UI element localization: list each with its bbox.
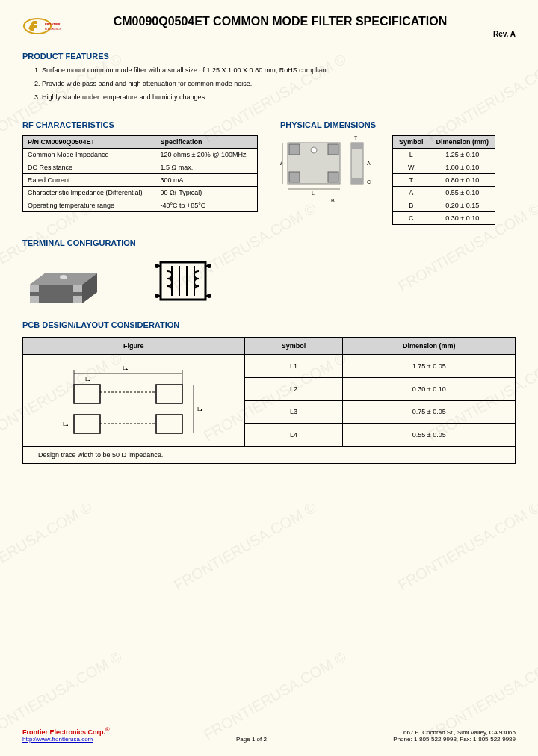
table-row: W1.00 ± 0.10 bbox=[393, 161, 495, 174]
feature-item: Highly stable under temperature and humi… bbox=[42, 93, 516, 101]
svg-rect-14 bbox=[351, 143, 363, 149]
svg-rect-21 bbox=[161, 262, 205, 300]
svg-point-20 bbox=[60, 275, 67, 279]
section-terminal: TERMINAL CONFIGURATION bbox=[22, 238, 516, 247]
svg-text:L₁: L₁ bbox=[123, 365, 128, 371]
svg-rect-7 bbox=[328, 172, 338, 182]
footer-page: Page 1 of 2 bbox=[236, 736, 267, 743]
svg-rect-4 bbox=[289, 144, 300, 155]
svg-rect-13 bbox=[351, 143, 363, 184]
svg-text:C: C bbox=[367, 179, 371, 185]
footer-company: Frontier Electronics Corp.® bbox=[22, 728, 110, 736]
schematic-icon bbox=[149, 255, 217, 307]
svg-text:ELECTRONICS: ELECTRONICS bbox=[45, 28, 61, 31]
section-pcb: PCB DESIGN/LAYOUT CONSIDERATION bbox=[22, 320, 516, 329]
table-row: B0.20 ± 0.15 bbox=[393, 199, 495, 212]
svg-text:T: T bbox=[354, 135, 358, 140]
dimensions-table: SymbolDimension (mm) L1.25 ± 0.10 W1.00 … bbox=[392, 135, 495, 225]
section-physical: PHYSICAL DIMENSIONS bbox=[280, 120, 516, 129]
table-row: Characteristic Impedance (Differential)9… bbox=[23, 187, 258, 199]
feature-item: Surface mount common mode filter with a … bbox=[42, 66, 516, 74]
rf-header-spec: Specification bbox=[155, 136, 258, 149]
pcb-note-row: Design trace width to be 50 Ω impedance. bbox=[23, 447, 516, 464]
svg-text:L₃: L₃ bbox=[197, 406, 202, 412]
svg-text:L: L bbox=[312, 190, 315, 196]
component-3d-icon bbox=[22, 255, 112, 307]
table-row: T0.80 ± 0.10 bbox=[393, 174, 495, 187]
svg-text:L₄: L₄ bbox=[63, 421, 68, 427]
page-footer: Frontier Electronics Corp.® http://www.f… bbox=[22, 726, 516, 743]
svg-rect-6 bbox=[289, 172, 300, 182]
company-logo-icon: FRONTIER ELECTRONICS bbox=[22, 15, 75, 37]
svg-rect-5 bbox=[328, 144, 338, 155]
svg-text:B: B bbox=[331, 198, 335, 203]
svg-rect-33 bbox=[74, 415, 100, 433]
svg-text:W: W bbox=[280, 161, 282, 166]
document-title: CM0090Q0504ET COMMON MODE FILTER SPECIFI… bbox=[45, 15, 516, 28]
footer-link[interactable]: http://www.frontierusa.com bbox=[22, 736, 93, 743]
section-product-features: PRODUCT FEATURES bbox=[22, 52, 516, 61]
footer-phone: Phone: 1-805-522-9998, Fax: 1-805-522-99… bbox=[393, 736, 516, 743]
table-row: L1.25 ± 0.10 bbox=[393, 149, 495, 161]
svg-rect-35 bbox=[156, 415, 182, 433]
table-row: A0.55 ± 0.10 bbox=[393, 187, 495, 199]
features-list: Surface mount common mode filter with a … bbox=[27, 66, 516, 101]
table-row: C0.30 ± 0.10 bbox=[393, 212, 495, 225]
rf-header-pn: P/N CM0090Q0504ET bbox=[23, 136, 155, 149]
section-rf: RF CHARACTERISTICS bbox=[22, 120, 258, 129]
svg-rect-15 bbox=[351, 178, 363, 184]
table-row: Rated Current300 mA bbox=[23, 174, 258, 187]
svg-text:L₂: L₂ bbox=[85, 376, 90, 382]
feature-item: Provide wide pass band and high attenuat… bbox=[42, 80, 516, 87]
table-row: Operating temperature range-40°C to +85°… bbox=[23, 199, 258, 212]
rf-characteristics-table: P/N CM0090Q0504ET Specification Common M… bbox=[22, 135, 258, 212]
svg-point-8 bbox=[311, 147, 317, 153]
svg-text:FRONTIER: FRONTIER bbox=[45, 22, 61, 26]
table-row: DC Resistance1.5 Ω max. bbox=[23, 161, 258, 174]
table-row: Common Mode Impedance120 ohms ± 20% @ 10… bbox=[23, 149, 258, 161]
svg-text:A: A bbox=[367, 161, 371, 166]
pcb-layout-table: Figure Symbol Dimension (mm) L₁ L₂ L₃ L₄ bbox=[22, 337, 516, 464]
physical-dimensions-diagram: L W T A C B bbox=[280, 135, 385, 206]
table-row: L₁ L₂ L₃ L₄ L11.75 ± 0.05 bbox=[23, 355, 516, 378]
pcb-figure-cell: L₁ L₂ L₃ L₄ bbox=[23, 355, 245, 447]
svg-rect-34 bbox=[156, 385, 182, 403]
footer-address: 667 E. Cochran St., Simi Valley, CA 9306… bbox=[404, 729, 516, 736]
svg-rect-32 bbox=[74, 385, 100, 403]
page-header: FRONTIER ELECTRONICS CM0090Q0504ET COMMO… bbox=[22, 15, 516, 38]
pcb-layout-diagram: L₁ L₂ L₃ L₄ bbox=[44, 359, 223, 441]
revision-label: Rev. A bbox=[22, 30, 516, 38]
